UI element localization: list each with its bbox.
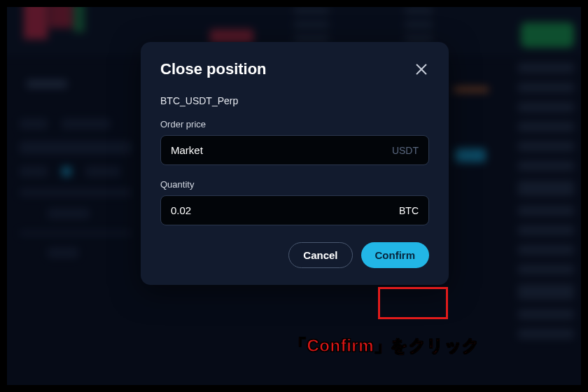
quantity-label: Quantity: [160, 179, 429, 190]
modal-footer: Cancel Confirm: [160, 242, 429, 268]
quantity-unit: BTC: [399, 205, 419, 216]
order-price-value: Market: [171, 144, 392, 156]
position-symbol: BTC_USDT_Perp: [160, 95, 429, 106]
order-price-input-wrap[interactable]: Market USDT: [160, 135, 429, 165]
close-icon[interactable]: [414, 62, 429, 77]
modal-title: Close position: [160, 60, 267, 78]
modal-header: Close position: [160, 60, 429, 78]
close-position-modal: Close position BTC_USDT_Perp Order price…: [141, 42, 449, 285]
cancel-button[interactable]: Cancel: [288, 242, 352, 268]
order-price-unit: USDT: [392, 145, 419, 156]
confirm-button[interactable]: Confirm: [361, 242, 430, 268]
annotation-text: 「Confirm」をクリック: [290, 335, 480, 357]
quantity-input-wrap[interactable]: BTC: [160, 195, 429, 225]
quantity-input[interactable]: [171, 204, 399, 216]
order-price-label: Order price: [160, 119, 429, 130]
